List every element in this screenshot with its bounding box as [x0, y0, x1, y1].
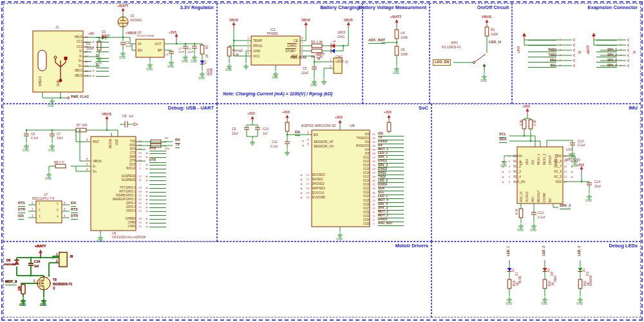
- adc-bat-net-label[interactable]: ADC_BAT: [368, 39, 385, 44]
- connector-pin-row[interactable]: VBUS A4: [54, 35, 125, 41]
- connector-pin-row[interactable]: 2: [596, 43, 625, 48]
- ic-pin-row[interactable]: IO35 7 ADC_BAT: [342, 222, 404, 226]
- ic-pin-row[interactable]: × 22 SDI/SD1: [299, 178, 337, 182]
- connector-pin-row[interactable]: SBU2 B8 ×: [54, 74, 125, 79]
- cap-c5[interactable]: [312, 67, 317, 69]
- connector-pin-row[interactable]: SRV_2 4: [596, 53, 625, 59]
- connector-pin-row[interactable]: SRV_3 5: [596, 59, 625, 64]
- connector-pin-row[interactable]: 1: [528, 38, 564, 43]
- pwr-flag-label[interactable]: PWR_FLAG: [71, 95, 89, 99]
- ic-pin-row[interactable]: × 19 SCS/CMD: [299, 196, 337, 200]
- section-debug-uart: Debug: USB - UART C8 1uf C6 0.1uf C7 10u…: [3, 104, 217, 242]
- pmos-u2[interactable]: [118, 17, 128, 27]
- connector-pin-row[interactable]: D- A7: [54, 50, 125, 55]
- connector-pin-row[interactable]: D+ A6: [54, 59, 125, 64]
- j8-pin-brackets[interactable]: [573, 39, 575, 67]
- ic-pin-row[interactable]: CHR1 14 ×: [108, 225, 166, 229]
- cap-c14[interactable]: [587, 183, 592, 185]
- ic-pin-row[interactable]: NC_7 16 ×: [537, 164, 574, 169]
- led-resistor[interactable]: [507, 279, 511, 289]
- ic-pin-row[interactable]: × 20 SCK/CLK: [299, 191, 337, 196]
- gnd-label: GND: [40, 304, 46, 307]
- cap-plates[interactable]: [28, 263, 33, 265]
- connector-pin-row[interactable]: SRV_4 6: [596, 64, 625, 69]
- cap-c6[interactable]: [24, 134, 29, 136]
- connector-pin-row[interactable]: D+ B6 D+: [54, 64, 125, 70]
- resistor-r11[interactable]: [387, 122, 391, 131]
- cap-c3[interactable]: [192, 46, 197, 48]
- led-symbol[interactable]: [507, 268, 512, 272]
- ic-pin-row[interactable]: × 2 NC_1: [500, 159, 535, 164]
- led-resistor[interactable]: [578, 279, 582, 289]
- connector-pin-row[interactable]: 2: [528, 43, 564, 48]
- ic-pin-row[interactable]: × 17 SHD/SD2: [299, 182, 337, 187]
- gate-pulldown-resistor[interactable]: [21, 285, 25, 294]
- ic-pin-row[interactable]: RTS 24 RTS: [108, 147, 166, 151]
- cap-c10[interactable]: [255, 128, 260, 129]
- resistor-r2[interactable]: [485, 27, 489, 36]
- sda-net-label[interactable]: SDA: [499, 138, 507, 143]
- tx-net-label[interactable]: TX: [175, 143, 180, 148]
- cap-c7[interactable]: [50, 134, 55, 136]
- resistor-r13[interactable]: [529, 120, 533, 129]
- section-title: Debug LEDs: [609, 243, 638, 249]
- ic-pin-row[interactable]: × 4 NC_3: [500, 169, 535, 175]
- cap-c9[interactable]: [244, 128, 249, 129]
- led-symbol[interactable]: [543, 268, 547, 272]
- resistor-u5[interactable]: [395, 46, 399, 55]
- connector-pin-row[interactable]: SDA 5: [528, 59, 564, 64]
- ic-pin-row[interactable]: NC_6 15 ×: [537, 169, 574, 175]
- connector-pin-row[interactable]: SRV_1 3: [596, 48, 625, 53]
- ic-pin-row[interactable]: IO25 10 MOT_4: [342, 199, 404, 203]
- motor-connector-body[interactable]: [59, 252, 67, 267]
- ic-pin-row[interactable]: × 6 AUX_DA: [500, 180, 535, 185]
- ic-pin-row[interactable]: DTR 28 DTR: [108, 159, 166, 163]
- en-net-label[interactable]: EN: [295, 131, 300, 136]
- connector-pin-row[interactable]: 1: [596, 38, 625, 43]
- connector-pin-row[interactable]: D- B7 D-: [54, 55, 125, 60]
- ic-pin-row[interactable]: IO23 37 LED_1: [342, 195, 404, 199]
- resistor-r4[interactable]: [312, 49, 322, 53]
- ic-pin-row[interactable]: IO22 36 SCL: [342, 191, 404, 195]
- cap-c12[interactable]: [531, 213, 536, 214]
- cap-c13[interactable]: [570, 143, 575, 145]
- resistor-r14[interactable]: [519, 209, 523, 218]
- ic-pin-row[interactable]: × 18 SWP/SD3: [299, 187, 337, 191]
- connector-pin-row[interactable]: SCL 6: [528, 64, 564, 69]
- ic-pin-row[interactable]: IO26 11 SRV_4: [342, 203, 404, 207]
- led-net-label[interactable]: LED_3: [578, 246, 581, 256]
- led-symbol[interactable]: [578, 268, 583, 272]
- resistor-r8[interactable]: [285, 122, 289, 131]
- switch-lever[interactable]: [475, 54, 486, 62]
- ic-pin-row[interactable]: VDD 13: [537, 180, 574, 185]
- connector-pin-row[interactable]: RXD2 3: [528, 48, 564, 53]
- srv2-net-label[interactable]: SRV_2: [560, 204, 571, 209]
- ic-pin-row[interactable]: 1 CLKIN: [500, 154, 535, 159]
- cap-c4[interactable]: [169, 52, 174, 53]
- section-title: On/Off Circuit: [477, 5, 509, 10]
- cap-c11[interactable]: [285, 142, 290, 144]
- resistor-r6[interactable]: [200, 45, 204, 54]
- ldo-h-net-label[interactable]: LDO_H: [489, 41, 501, 44]
- ic-pin-row[interactable]: × 21 SDO/SDO: [299, 173, 337, 178]
- resistor-u4[interactable]: [395, 30, 399, 39]
- connector-pin-row[interactable]: SBU1 A8 ×: [54, 69, 125, 74]
- led1-pwr[interactable]: [200, 61, 207, 64]
- resistor-r3[interactable]: [312, 44, 322, 48]
- led-net-label[interactable]: LED_2: [542, 246, 545, 256]
- mosfet-symbol[interactable]: [37, 277, 50, 290]
- led-resistor[interactable]: [543, 279, 547, 289]
- j9-pin-brackets[interactable]: [627, 39, 629, 67]
- batt-power-symbol: [121, 8, 124, 14]
- resistor-r5[interactable]: [55, 164, 66, 168]
- ic-pin-row[interactable]: IO21 33 SDA: [342, 187, 404, 191]
- resistor-r7[interactable]: [76, 128, 86, 132]
- connector-pin-row[interactable]: TXD2 4: [528, 53, 564, 59]
- ldo-en-input-flag[interactable]: LDO_EN: [433, 59, 451, 66]
- gnd-label: GND: [506, 303, 512, 306]
- resistor-rprog1[interactable]: [227, 47, 231, 56]
- ic-pin-row[interactable]: × 5 NC_4: [500, 175, 535, 180]
- ic-pin-row[interactable]: NC_5 14 ×: [537, 175, 574, 180]
- led-net-label[interactable]: LED_1: [507, 246, 510, 256]
- mot-net-label[interactable]: MOT_4: [5, 280, 17, 285]
